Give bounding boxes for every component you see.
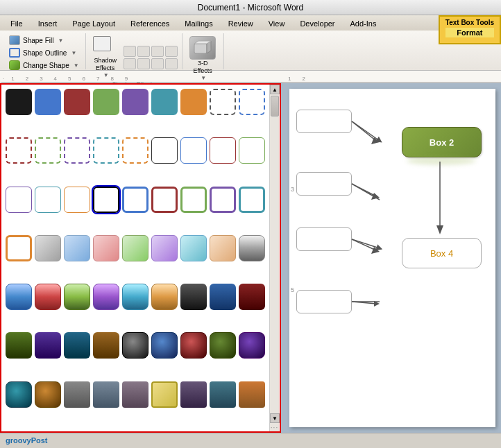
shape-item[interactable] <box>239 235 265 261</box>
shape-item[interactable] <box>180 137 207 164</box>
shape-item[interactable] <box>6 137 32 164</box>
scrollbar-up-arrow[interactable]: ▲ <box>270 85 280 94</box>
shape-item[interactable] <box>239 187 265 213</box>
shadow-grid-btn[interactable] <box>137 46 150 57</box>
shape-item[interactable] <box>122 381 148 408</box>
shape-item[interactable] <box>64 137 90 164</box>
shape-item[interactable] <box>64 187 90 213</box>
shape-item[interactable] <box>180 284 207 310</box>
shape-item[interactable] <box>35 89 61 115</box>
shape-item-yellow[interactable] <box>151 381 178 408</box>
context-tab-format[interactable]: Format <box>445 28 494 37</box>
shape-item[interactable] <box>180 332 207 359</box>
shape-fill-button[interactable]: Shape Fill ▼ <box>7 35 81 46</box>
shape-item[interactable] <box>180 89 207 115</box>
tab-references[interactable]: References <box>123 17 177 31</box>
panel-wrapper: ▲ ▼ ··· <box>1 85 280 431</box>
shape-item[interactable] <box>180 235 207 261</box>
shape-item[interactable] <box>35 381 61 408</box>
scrollbar-down-arrow[interactable]: ▼ <box>270 413 280 423</box>
shape-item[interactable] <box>151 235 178 261</box>
shape-item[interactable] <box>151 284 178 310</box>
shape-item[interactable] <box>210 332 236 359</box>
shape-item[interactable] <box>151 187 178 213</box>
shape-item[interactable] <box>6 187 32 213</box>
shape-item[interactable] <box>64 89 90 115</box>
shape-item[interactable] <box>64 332 90 359</box>
shape-item[interactable] <box>239 332 265 359</box>
shape-item[interactable] <box>6 235 32 261</box>
tab-view[interactable]: View <box>261 17 293 31</box>
tab-insert[interactable]: Insert <box>31 17 65 31</box>
3d-effects-group: 3-DEffects ▼ <box>182 33 224 69</box>
shape-item[interactable] <box>64 284 90 310</box>
shape-outline-label: Shape Outline <box>23 49 67 57</box>
shape-item[interactable] <box>64 235 90 261</box>
change-shape-button[interactable]: Change Shape ▼ <box>7 60 81 71</box>
tab-mailings[interactable]: Mailings <box>177 17 220 31</box>
shape-item[interactable] <box>122 235 148 261</box>
shape-item[interactable] <box>239 284 265 310</box>
svg-line-12 <box>352 239 376 250</box>
shape-item[interactable] <box>210 284 236 310</box>
shape-item[interactable] <box>122 284 148 310</box>
shape-item[interactable] <box>180 187 207 213</box>
connector-box-1 <box>296 110 352 133</box>
shape-item[interactable] <box>239 137 265 164</box>
shape-item[interactable] <box>6 89 32 115</box>
shape-item[interactable] <box>151 332 178 359</box>
3d-effects-icon <box>189 36 216 60</box>
shape-item[interactable] <box>35 284 61 310</box>
shape-item[interactable] <box>35 187 61 213</box>
tab-add-ins[interactable]: Add-Ins <box>343 17 384 31</box>
shape-outline-button[interactable]: Shape Outline ▼ <box>7 47 81 58</box>
shape-item[interactable] <box>151 89 178 115</box>
scrollbar-thumb[interactable] <box>271 96 279 117</box>
shadow-grid-btn[interactable] <box>165 46 178 57</box>
tab-developer[interactable]: Developer <box>292 17 342 31</box>
shadow-grid-btn[interactable] <box>165 58 178 69</box>
shape-item[interactable] <box>180 381 207 408</box>
shape-item[interactable] <box>93 89 119 115</box>
shape-item[interactable] <box>6 284 32 310</box>
shape-item[interactable] <box>151 137 178 164</box>
tab-review[interactable]: Review <box>221 17 261 31</box>
shape-item[interactable] <box>6 381 32 408</box>
shape-item-selected[interactable] <box>93 187 119 213</box>
shape-item[interactable] <box>93 137 119 164</box>
svg-marker-15 <box>374 301 380 307</box>
shape-item[interactable] <box>122 89 148 115</box>
shape-item[interactable] <box>210 137 236 164</box>
shape-item[interactable] <box>239 89 265 115</box>
shape-small-buttons: Shape Fill ▼ Shape Outline ▼ Change Shap… <box>7 35 81 71</box>
tab-file[interactable]: File <box>3 17 31 31</box>
shape-item[interactable] <box>210 381 236 408</box>
shape-item[interactable] <box>35 235 61 261</box>
shape-item[interactable] <box>210 235 236 261</box>
shadow-effects-button[interactable]: ShadowEffects ▼ <box>90 35 121 80</box>
shape-item[interactable] <box>122 332 148 359</box>
row-number-5: 5 <box>291 286 294 293</box>
shape-item[interactable] <box>122 137 148 164</box>
shape-item[interactable] <box>35 332 61 359</box>
shape-item[interactable] <box>6 332 32 359</box>
row-number-3: 3 <box>291 186 294 193</box>
shape-item[interactable] <box>93 381 119 408</box>
shape-item[interactable] <box>210 187 236 213</box>
shadow-grid-btn[interactable] <box>124 46 136 57</box>
shape-item[interactable] <box>210 89 236 115</box>
scrollbar-track <box>270 94 279 413</box>
connector-box-2 <box>296 172 352 196</box>
shape-item[interactable] <box>122 187 148 213</box>
shape-item[interactable] <box>93 284 119 310</box>
shadow-grid-btn[interactable] <box>137 58 150 69</box>
shape-item[interactable] <box>239 381 265 408</box>
shape-item[interactable] <box>93 235 119 261</box>
shape-item[interactable] <box>64 381 90 408</box>
shadow-grid-btn[interactable] <box>124 58 136 69</box>
shape-item[interactable] <box>35 137 61 164</box>
shadow-grid-btn[interactable] <box>151 46 164 57</box>
shadow-grid-btn[interactable] <box>151 58 164 69</box>
shape-item[interactable] <box>93 332 119 359</box>
tab-page-layout[interactable]: Page Layout <box>65 17 123 31</box>
